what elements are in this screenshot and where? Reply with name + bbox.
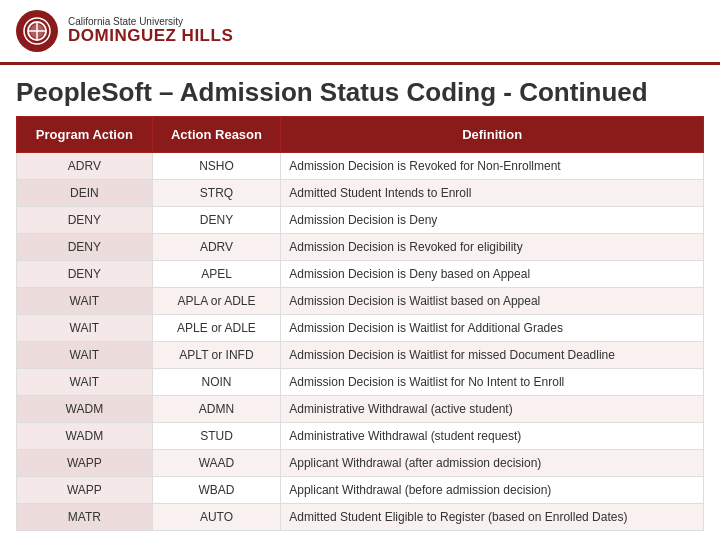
table-row: DENYADRVAdmission Decision is Revoked fo… bbox=[17, 234, 704, 261]
table-row: DENYDENYAdmission Decision is Deny bbox=[17, 207, 704, 234]
table-row: WADMSTUDAdministrative Withdrawal (stude… bbox=[17, 423, 704, 450]
table-cell-r0-c2: Admission Decision is Revoked for Non-En… bbox=[281, 153, 704, 180]
table-cell-r6-c2: Admission Decision is Waitlist for Addit… bbox=[281, 315, 704, 342]
table-cell-r4-c0: DENY bbox=[17, 261, 153, 288]
logo-text: California State University DOMINGUEZ HI… bbox=[68, 16, 233, 46]
table-cell-r7-c0: WAIT bbox=[17, 342, 153, 369]
page-title: PeopleSoft – Admission Status Coding - C… bbox=[16, 77, 704, 108]
table-cell-r4-c1: APEL bbox=[152, 261, 281, 288]
table-row: WAITAPLE or ADLEAdmission Decision is Wa… bbox=[17, 315, 704, 342]
table-cell-r0-c1: NSHO bbox=[152, 153, 281, 180]
table-cell-r12-c0: WAPP bbox=[17, 477, 153, 504]
table-cell-r12-c1: WBAD bbox=[152, 477, 281, 504]
table-cell-r10-c2: Administrative Withdrawal (student reque… bbox=[281, 423, 704, 450]
logo-icon bbox=[16, 10, 58, 52]
table-row: MATRAUTOAdmitted Student Eligible to Reg… bbox=[17, 504, 704, 531]
table-cell-r7-c1: APLT or INFD bbox=[152, 342, 281, 369]
table-row: WADMADMNAdministrative Withdrawal (activ… bbox=[17, 396, 704, 423]
table-cell-r0-c0: ADRV bbox=[17, 153, 153, 180]
table-row: DEINSTRQAdmitted Student Intends to Enro… bbox=[17, 180, 704, 207]
col-header-program-action: Program Action bbox=[17, 117, 153, 153]
table-cell-r5-c2: Admission Decision is Waitlist based on … bbox=[281, 288, 704, 315]
table-cell-r11-c1: WAAD bbox=[152, 450, 281, 477]
table-cell-r13-c2: Admitted Student Eligible to Register (b… bbox=[281, 504, 704, 531]
logo-bottom-line: DOMINGUEZ HILLS bbox=[68, 27, 233, 46]
table-row: WAITNOINAdmission Decision is Waitlist f… bbox=[17, 369, 704, 396]
table-container: Program Action Action Reason Definition … bbox=[0, 116, 720, 540]
table-cell-r3-c1: ADRV bbox=[152, 234, 281, 261]
table-cell-r8-c1: NOIN bbox=[152, 369, 281, 396]
admission-table: Program Action Action Reason Definition … bbox=[16, 116, 704, 531]
table-row: ADRVNSHOAdmission Decision is Revoked fo… bbox=[17, 153, 704, 180]
page-title-bar: PeopleSoft – Admission Status Coding - C… bbox=[0, 65, 720, 116]
table-cell-r8-c2: Admission Decision is Waitlist for No In… bbox=[281, 369, 704, 396]
col-header-action-reason: Action Reason bbox=[152, 117, 281, 153]
header: California State University DOMINGUEZ HI… bbox=[0, 0, 720, 65]
table-cell-r9-c1: ADMN bbox=[152, 396, 281, 423]
table-cell-r6-c1: APLE or ADLE bbox=[152, 315, 281, 342]
table-cell-r10-c1: STUD bbox=[152, 423, 281, 450]
table-cell-r2-c1: DENY bbox=[152, 207, 281, 234]
table-cell-r5-c1: APLA or ADLE bbox=[152, 288, 281, 315]
table-cell-r9-c0: WADM bbox=[17, 396, 153, 423]
table-cell-r6-c0: WAIT bbox=[17, 315, 153, 342]
table-cell-r3-c0: DENY bbox=[17, 234, 153, 261]
table-body: ADRVNSHOAdmission Decision is Revoked fo… bbox=[17, 153, 704, 531]
table-header-row: Program Action Action Reason Definition bbox=[17, 117, 704, 153]
table-cell-r2-c0: DENY bbox=[17, 207, 153, 234]
table-cell-r4-c2: Admission Decision is Deny based on Appe… bbox=[281, 261, 704, 288]
table-cell-r3-c2: Admission Decision is Revoked for eligib… bbox=[281, 234, 704, 261]
table-cell-r1-c1: STRQ bbox=[152, 180, 281, 207]
table-row: DENYAPELAdmission Decision is Deny based… bbox=[17, 261, 704, 288]
table-row: WAPPWAADApplicant Withdrawal (after admi… bbox=[17, 450, 704, 477]
table-cell-r1-c2: Admitted Student Intends to Enroll bbox=[281, 180, 704, 207]
table-row: WAITAPLT or INFDAdmission Decision is Wa… bbox=[17, 342, 704, 369]
table-cell-r13-c1: AUTO bbox=[152, 504, 281, 531]
table-cell-r13-c0: MATR bbox=[17, 504, 153, 531]
table-cell-r9-c2: Administrative Withdrawal (active studen… bbox=[281, 396, 704, 423]
table-cell-r1-c0: DEIN bbox=[17, 180, 153, 207]
table-cell-r2-c2: Admission Decision is Deny bbox=[281, 207, 704, 234]
col-header-definition: Definition bbox=[281, 117, 704, 153]
table-cell-r8-c0: WAIT bbox=[17, 369, 153, 396]
table-cell-r11-c0: WAPP bbox=[17, 450, 153, 477]
table-cell-r5-c0: WAIT bbox=[17, 288, 153, 315]
table-row: WAITAPLA or ADLEAdmission Decision is Wa… bbox=[17, 288, 704, 315]
table-cell-r11-c2: Applicant Withdrawal (after admission de… bbox=[281, 450, 704, 477]
table-cell-r10-c0: WADM bbox=[17, 423, 153, 450]
table-row: WAPPWBADApplicant Withdrawal (before adm… bbox=[17, 477, 704, 504]
table-cell-r7-c2: Admission Decision is Waitlist for misse… bbox=[281, 342, 704, 369]
table-cell-r12-c2: Applicant Withdrawal (before admission d… bbox=[281, 477, 704, 504]
